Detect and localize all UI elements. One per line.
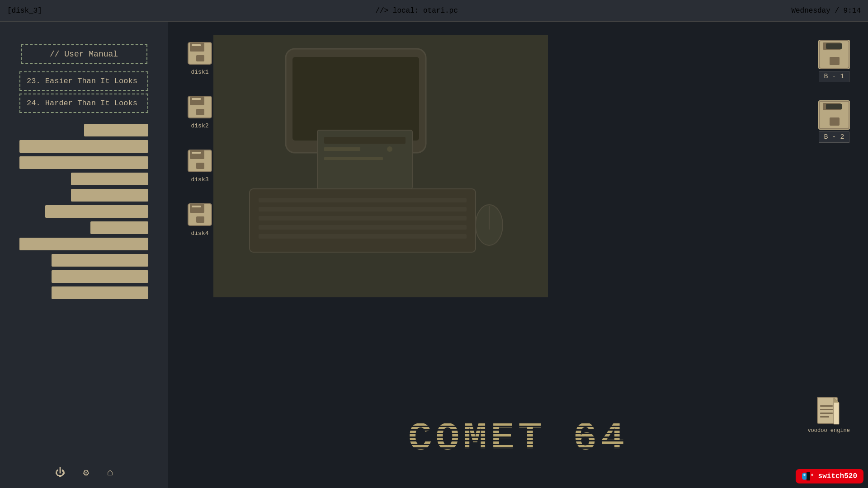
svg-rect-9	[190, 150, 204, 159]
progress-bar	[84, 124, 149, 136]
progress-bar	[45, 205, 148, 218]
bar-row-10	[19, 270, 148, 283]
svg-rect-6	[196, 109, 204, 115]
svg-rect-1	[190, 42, 204, 52]
switch520-badge[interactable]: switch520	[796, 469, 863, 483]
user-manual-button[interactable]: // User Manual	[21, 44, 147, 64]
disk4-label: disk4	[191, 230, 208, 237]
progress-bar	[71, 189, 148, 202]
main-area: disk1 disk2 disk	[168, 22, 868, 488]
svg-rect-45	[820, 405, 833, 407]
datetime-display: Wednesday / 9:14	[791, 7, 861, 15]
disk4-item[interactable]: disk4	[186, 201, 213, 237]
progress-bar	[52, 270, 148, 283]
voodoo-engine-label: voodoo engine	[807, 427, 850, 434]
switch-badge-label: switch520	[818, 472, 857, 480]
switch-logo-icon	[802, 472, 815, 481]
disk2-label: disk2	[191, 122, 208, 129]
voodoo-engine-document[interactable]: voodoo engine	[807, 396, 850, 434]
menu-item-24[interactable]: 24. Harder Than It Looks	[19, 94, 148, 113]
bar-row-6	[19, 205, 148, 218]
svg-rect-13	[190, 204, 204, 213]
location-label: //> local: otari.pc	[375, 7, 458, 15]
svg-rect-5	[190, 96, 204, 105]
svg-rect-14	[196, 216, 204, 223]
home-icon[interactable]: ⌂	[107, 467, 113, 479]
disks-left: disk1 disk2 disk	[186, 40, 213, 237]
progress-bar	[19, 156, 148, 169]
disk-b1-item[interactable]: B - 1	[818, 40, 850, 82]
title-bar: [disk_3] //> local: otari.pc Wednesday /…	[0, 0, 868, 22]
bar-row-8	[19, 238, 148, 250]
bar-row-2	[19, 140, 148, 153]
disk-b2-icon	[818, 100, 850, 130]
svg-rect-41	[830, 117, 840, 126]
sidebar-bottom-icons: ⏻ ⚙ ⌂	[0, 467, 168, 479]
disks-right: B - 1 B - 2	[818, 40, 850, 143]
bar-row-5	[19, 189, 148, 202]
progress-bar	[19, 140, 148, 153]
svg-rect-7	[192, 98, 201, 100]
svg-rect-46	[820, 409, 833, 410]
disk4-icon	[186, 201, 213, 228]
svg-rect-10	[196, 163, 204, 169]
disk-b2-item[interactable]: B - 2	[818, 100, 850, 143]
main-title: COMET 64	[408, 416, 628, 461]
power-icon[interactable]: ⏻	[55, 467, 65, 479]
svg-rect-53	[807, 472, 810, 481]
svg-rect-15	[192, 206, 201, 207]
bar-row-1	[19, 124, 148, 136]
svg-rect-37	[823, 42, 841, 50]
menu-item-23[interactable]: 23. Easier Than It Looks	[19, 71, 148, 91]
svg-rect-35	[213, 35, 548, 297]
progress-bar	[52, 286, 148, 299]
svg-rect-51	[810, 473, 815, 480]
disk-b1-label: B - 1	[819, 71, 849, 82]
progress-bar	[71, 173, 148, 185]
disk1-icon	[186, 40, 213, 67]
window-label: [disk_3]	[7, 7, 42, 15]
bar-row-4	[19, 173, 148, 185]
disk3-item[interactable]: disk3	[186, 147, 213, 183]
progress-bars	[19, 124, 148, 299]
svg-rect-47	[820, 413, 833, 414]
bar-row-3	[19, 156, 148, 169]
disk3-icon	[186, 147, 213, 174]
disk1-label: disk1	[191, 69, 208, 75]
bar-row-11	[19, 286, 148, 299]
svg-rect-40	[823, 103, 841, 110]
document-icon	[816, 396, 841, 426]
disk-b2-label: B - 2	[819, 131, 849, 143]
progress-bar	[52, 254, 148, 267]
svg-rect-49	[802, 473, 807, 480]
svg-rect-2	[196, 55, 204, 61]
sidebar: // User Manual 23. Easier Than It Looks …	[0, 22, 168, 488]
svg-rect-48	[820, 416, 829, 418]
svg-point-52	[811, 474, 813, 476]
vintage-computer-image	[213, 35, 548, 297]
bar-row-9	[19, 254, 148, 267]
progress-bar	[19, 238, 148, 250]
disk2-icon	[186, 94, 213, 121]
disk3-label: disk3	[191, 176, 208, 183]
svg-point-50	[803, 474, 806, 476]
svg-rect-11	[192, 152, 201, 154]
disk1-item[interactable]: disk1	[186, 40, 213, 75]
disk-b1-icon	[818, 40, 850, 69]
svg-rect-3	[192, 44, 201, 46]
disk2-item[interactable]: disk2	[186, 94, 213, 129]
bar-row-7	[19, 221, 148, 234]
settings-icon[interactable]: ⚙	[83, 467, 89, 479]
svg-rect-38	[830, 57, 840, 65]
progress-bar	[90, 221, 148, 234]
